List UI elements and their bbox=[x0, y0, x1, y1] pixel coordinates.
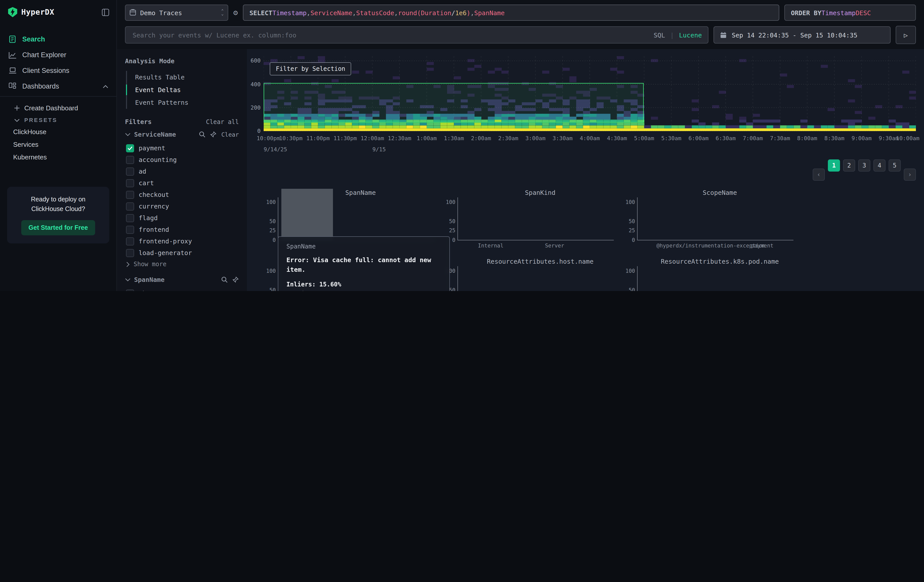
sidebar-item-dashboards[interactable]: Dashboards bbox=[0, 78, 116, 94]
chart-plot-area[interactable]: 10050250payment-7985c8969c-mwmw7 bbox=[457, 266, 614, 291]
page-button-3[interactable]: 3 bbox=[858, 160, 870, 171]
chart-plot-area[interactable]: 10050250@hyperdx/instrumentation-excepti… bbox=[637, 197, 794, 241]
analysis-mode-title: Analysis Mode bbox=[125, 57, 239, 65]
hyperdx-logo-icon bbox=[8, 7, 17, 17]
next-page-button[interactable]: › bbox=[904, 168, 916, 181]
filter-option-frontend[interactable]: frontend bbox=[125, 224, 239, 235]
hovered-band bbox=[281, 189, 333, 240]
chart-plot-area[interactable]: 10050250InternalServer bbox=[457, 197, 614, 241]
time-tick-label: 10:30pm bbox=[279, 135, 303, 142]
filter-option-load-generator[interactable]: load-generator bbox=[125, 247, 239, 259]
sidebar-item-client-sessions[interactable]: Client Sessions bbox=[0, 63, 116, 78]
heatmap-y-tick: 0 bbox=[257, 128, 261, 134]
delta-chart-resourceattributes-k8s-pod-name: ResourceAttributes.k8s.pod.name10050250p… bbox=[623, 257, 803, 291]
time-tick-label: 12:00am bbox=[361, 135, 384, 142]
filter-option-change[interactable]: change bbox=[125, 287, 239, 291]
search-icon[interactable] bbox=[221, 276, 228, 283]
search-icon[interactable] bbox=[199, 131, 206, 138]
page-button-2[interactable]: 2 bbox=[843, 160, 855, 171]
checkbox[interactable] bbox=[126, 289, 134, 291]
chevron-down-icon[interactable] bbox=[125, 133, 130, 136]
checkbox[interactable] bbox=[126, 191, 134, 199]
sidebar-item-search[interactable]: Search bbox=[0, 31, 116, 47]
hyperdx-app: HyperDX SearchChart ExplorerClient Sessi… bbox=[0, 0, 924, 291]
get-started-button[interactable]: Get Started for Free bbox=[21, 220, 95, 235]
x-tick-label: Server bbox=[545, 242, 564, 249]
chevron-down-icon[interactable] bbox=[125, 278, 130, 281]
event-density-heatmap[interactable]: Filter by Selection 6004002000 bbox=[264, 56, 916, 131]
sql-token: round( bbox=[398, 9, 421, 16]
time-tick-label: 3:00am bbox=[525, 135, 546, 142]
search-input[interactable] bbox=[132, 31, 648, 39]
page-button-1[interactable]: 1 bbox=[828, 160, 840, 171]
filter-option-accounting[interactable]: accounting bbox=[125, 154, 239, 165]
date-range-picker[interactable]: Sep 14 22:04:35 - Sep 15 10:04:35 bbox=[713, 26, 891, 43]
chart-plot-area[interactable]: 10050250payment-7985c8969c-mwmw7 bbox=[637, 266, 794, 291]
time-tick-label: 12:30am bbox=[388, 135, 411, 142]
sql-select-editor[interactable]: SELECT Timestamp, ServiceName, StatusCod… bbox=[243, 5, 779, 21]
filter-option-payment[interactable]: payment bbox=[125, 142, 239, 154]
gear-icon[interactable]: ⚙ bbox=[233, 8, 238, 17]
filter-option-frontend-proxy[interactable]: frontend-proxy bbox=[125, 235, 239, 247]
analysis-mode-event-patterns[interactable]: Event Patterns bbox=[127, 96, 239, 109]
sidebar-item-label: Chart Explorer bbox=[22, 51, 66, 59]
sidebar-sub-kubernetes[interactable]: Kubernetes bbox=[0, 151, 116, 163]
sql-mode-toggle[interactable]: SQL bbox=[653, 31, 665, 39]
run-query-button[interactable]: ▷ bbox=[896, 26, 916, 44]
filter-by-selection-button[interactable]: Filter by Selection bbox=[270, 62, 351, 76]
chart-plot-area[interactable]: 10050250 bbox=[278, 197, 434, 241]
sidebar-sub-create-dashboard[interactable]: Create Dashboard bbox=[0, 102, 116, 114]
filter-option-label: frontend bbox=[139, 226, 169, 233]
checkbox[interactable] bbox=[126, 156, 134, 164]
sidebar-sub-label: Services bbox=[13, 141, 38, 148]
analysis-mode-event-deltas[interactable]: Event Deltas bbox=[127, 84, 239, 96]
order-by-editor[interactable]: ORDER BY Timestamp DESC bbox=[784, 5, 916, 21]
pagination: ‹12345› bbox=[264, 160, 916, 181]
prev-page-button[interactable]: ‹ bbox=[813, 168, 825, 181]
filter-option-checkout[interactable]: checkout bbox=[125, 189, 239, 200]
sql-token: DESC bbox=[856, 9, 871, 16]
chart-title: ResourceAttributes.k8s.pod.name bbox=[637, 257, 803, 266]
checkbox[interactable] bbox=[126, 179, 134, 187]
time-tick-label: 11:00pm bbox=[306, 135, 330, 142]
page-button-4[interactable]: 4 bbox=[873, 160, 886, 171]
time-tick-label: 7:30am bbox=[770, 135, 790, 142]
sql-token: , bbox=[352, 9, 356, 16]
topbar: Demo Traces ⌃⌄ ⚙ SELECT Timestamp, Servi… bbox=[117, 0, 924, 49]
filter-option-currency[interactable]: currency bbox=[125, 200, 239, 212]
filter-option-flagd[interactable]: flagd bbox=[125, 212, 239, 224]
y-tick-label: 25 bbox=[269, 228, 276, 234]
sql-token: StatusCode bbox=[356, 9, 394, 16]
sidebar-item-chart-explorer[interactable]: Chart Explorer bbox=[0, 47, 116, 63]
pin-icon[interactable] bbox=[210, 131, 217, 138]
sql-token: ServiceName bbox=[310, 9, 352, 16]
sidebar-sub-clickhouse[interactable]: ClickHouse bbox=[0, 125, 116, 138]
filter-option-cart[interactable]: cart bbox=[125, 177, 239, 189]
checkbox[interactable] bbox=[126, 202, 134, 210]
checkbox[interactable] bbox=[126, 249, 134, 257]
checkbox[interactable] bbox=[126, 237, 134, 245]
collapse-sidebar-icon[interactable] bbox=[102, 8, 109, 16]
data-source-select[interactable]: Demo Traces ⌃⌄ bbox=[125, 5, 228, 21]
filter-option-ad[interactable]: ad bbox=[125, 165, 239, 177]
mode-separator: | bbox=[670, 31, 674, 39]
heatmap-selection-region[interactable] bbox=[264, 83, 644, 122]
clear-filter-button[interactable]: Clear bbox=[221, 131, 239, 138]
page-button-5[interactable]: 5 bbox=[889, 160, 901, 171]
lucene-mode-toggle[interactable]: Lucene bbox=[679, 31, 702, 39]
checkbox[interactable] bbox=[126, 226, 134, 234]
sidebar-sub-services[interactable]: Services bbox=[0, 138, 116, 151]
clear-all-button[interactable]: Clear all bbox=[206, 118, 239, 125]
show-more-button[interactable]: Show more bbox=[125, 259, 239, 268]
pin-icon[interactable] bbox=[232, 276, 239, 283]
sidebar-sub-presets[interactable]: PRESETS bbox=[0, 114, 116, 125]
promo-text: Ready to deploy on bbox=[13, 195, 103, 204]
delta-chart-resourceattributes-host-name: ResourceAttributes.host.name10050250paym… bbox=[443, 257, 623, 291]
date-range-value: Sep 14 22:04:35 - Sep 15 10:04:35 bbox=[732, 31, 858, 39]
checkbox[interactable] bbox=[126, 144, 134, 152]
sql-token: SELECT bbox=[249, 9, 272, 16]
checkbox[interactable] bbox=[126, 214, 134, 222]
x-tick-label: payment bbox=[751, 242, 774, 249]
analysis-mode-results-table[interactable]: Results Table bbox=[127, 71, 239, 84]
checkbox[interactable] bbox=[126, 167, 134, 175]
